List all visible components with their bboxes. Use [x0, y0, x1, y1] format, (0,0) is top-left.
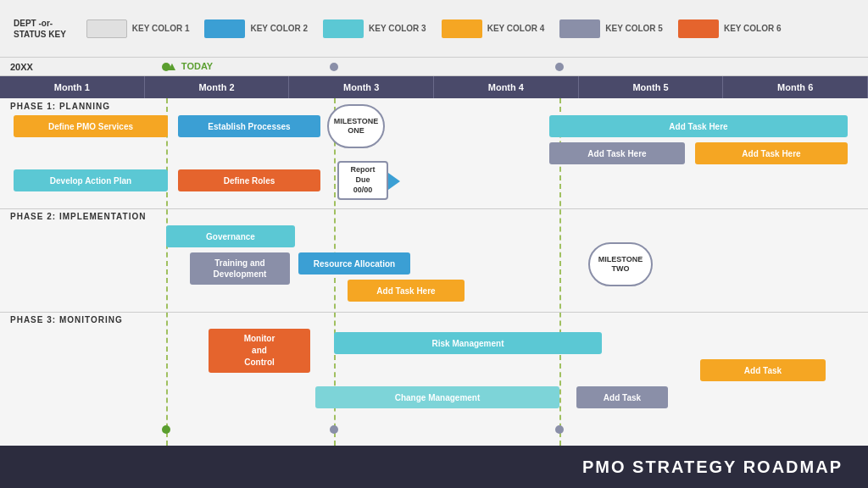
legend-item-5: KEY COLOR 5 — [559, 19, 663, 38]
today-dot — [162, 63, 170, 71]
dept-label: DEPT -or- STATUS KEY — [14, 18, 66, 40]
title-bar: PMO STRATEGY ROADMAP — [0, 446, 868, 488]
bottom-dot-m3 — [330, 425, 338, 434]
year-label: 20XX — [10, 62, 33, 72]
task-establish-processes[interactable]: Establish Processes — [178, 115, 320, 137]
bottom-dot-m5 — [555, 425, 564, 434]
phase1-label: PHASE 1: PLANNING — [10, 102, 110, 111]
task-add-1[interactable]: Add Task Here — [549, 115, 848, 137]
page-title: PMO STRATEGY ROADMAP — [582, 458, 843, 477]
task-risk[interactable]: Risk Management — [334, 332, 602, 354]
gridline-today — [166, 98, 168, 446]
month-3: Month 3 — [289, 76, 434, 98]
legend-color-2 — [204, 19, 245, 38]
task-define-pmo[interactable]: Define PMO Services — [14, 115, 168, 137]
task-develop-action[interactable]: Develop Action Plan — [14, 169, 168, 191]
task-training[interactable]: Training and Development — [190, 252, 290, 285]
task-define-roles[interactable]: Define Roles — [178, 169, 320, 191]
bottom-dot-green — [162, 425, 170, 434]
milestone-two[interactable]: MILESTONETWO — [587, 242, 654, 286]
phase3-label: PHASE 3: MONITORING — [10, 315, 123, 324]
chart-area: 20XX ▲ TODAY Month 1 Month 2 Month 3 Mon… — [0, 58, 868, 446]
report-arrow — [388, 173, 400, 190]
legend-bar: DEPT -or- STATUS KEY KEY COLOR 1 KEY COL… — [0, 0, 868, 58]
month3-dot — [330, 63, 338, 71]
legend-item-4: KEY COLOR 4 — [442, 19, 545, 38]
month-4: Month 4 — [434, 76, 579, 98]
task-add-phase2[interactable]: Add Task Here — [348, 280, 465, 302]
legend-color-4 — [442, 19, 482, 38]
task-add-2[interactable]: Add Task Here — [549, 142, 685, 164]
today-label: ▲ TODAY — [166, 59, 213, 73]
task-add-phase3[interactable]: Add Task — [700, 359, 826, 381]
legend-item-2: KEY COLOR 2 — [204, 19, 308, 38]
milestone-one[interactable]: MILESTONE ONE — [326, 104, 387, 148]
phase2-label: PHASE 2: IMPLEMENTATION — [10, 212, 146, 221]
report-box[interactable]: ReportDue00/00 — [337, 161, 388, 200]
task-add-3[interactable]: Add Task Here — [695, 142, 848, 164]
month-2: Month 2 — [145, 76, 290, 98]
legend-item-6: KEY COLOR 6 — [678, 19, 782, 38]
legend-color-1 — [86, 19, 127, 38]
month5-dot — [555, 63, 564, 71]
year-row: 20XX ▲ TODAY — [0, 58, 868, 76]
legend-color-3 — [323, 19, 364, 38]
phase1-separator — [0, 208, 868, 209]
legend-color-5 — [559, 19, 600, 38]
month-header: Month 1 Month 2 Month 3 Month 4 Month 5 … — [0, 76, 868, 98]
month-5: Month 5 — [579, 76, 724, 98]
task-resource[interactable]: Resource Allocation — [298, 252, 410, 274]
legend-color-6 — [678, 19, 719, 38]
legend-item-3: KEY COLOR 3 — [323, 19, 426, 38]
task-governance[interactable]: Governance — [166, 225, 295, 247]
month-1: Month 1 — [0, 76, 145, 98]
month-6: Month 6 — [723, 76, 868, 98]
task-change[interactable]: Change Management — [315, 386, 559, 408]
phase2-separator — [0, 312, 868, 313]
task-add-gray[interactable]: Add Task — [576, 386, 668, 408]
task-monitor[interactable]: Monitor and Control — [209, 329, 310, 373]
legend-item-1: KEY COLOR 1 — [86, 19, 190, 38]
